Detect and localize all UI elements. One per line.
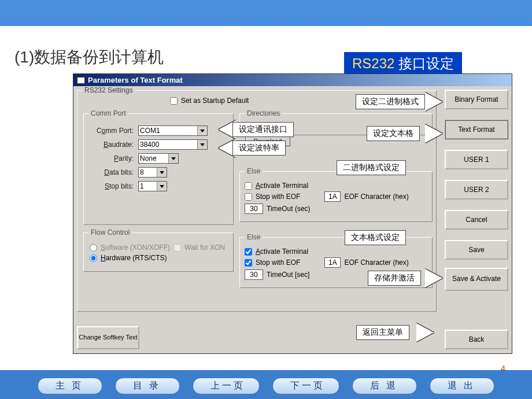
baudrate-select[interactable]: 38400	[138, 139, 208, 150]
save-activate-button[interactable]: Save & Activate	[445, 268, 508, 291]
nav-back[interactable]: 后退	[352, 378, 417, 394]
activate-terminal-2[interactable]	[245, 248, 252, 256]
nav-prev[interactable]: 上一页	[193, 378, 260, 394]
callout-binary-format: 设定二进制格式	[356, 94, 425, 109]
else-binary-group: Else Activate Terminal Stop with EOFEOF …	[239, 167, 433, 222]
slide-title: (1)数据备份到计算机	[14, 46, 164, 68]
callout-back-main: 返回主菜单	[356, 325, 409, 340]
nav-exit[interactable]: 退出	[430, 378, 494, 394]
callout-baudrate: 设定波特率	[232, 141, 286, 156]
nav-toc[interactable]: 目录	[115, 378, 180, 394]
binary-format-button[interactable]: Binary Format	[445, 90, 508, 109]
eof-hex-2[interactable]	[324, 257, 341, 268]
flow-control-group: Flow Control Software (XON/XOFF)Wait for…	[83, 228, 234, 272]
back-button[interactable]: Back	[445, 330, 508, 349]
arrow-right-icon	[425, 269, 442, 287]
dialog-title: Parameters of Text Format	[88, 76, 183, 84]
nav-bar: 主页 目录 上一页 下一页 后退 退出	[0, 373, 532, 399]
user2-button[interactable]: USER 2	[445, 180, 508, 200]
text-format-button[interactable]: Text Format	[445, 120, 508, 139]
stop-eof-1[interactable]	[245, 193, 252, 201]
save-button[interactable]: Save	[445, 240, 508, 260]
dialog-icon	[77, 77, 85, 84]
callout-text-format: 设定文本格	[367, 126, 420, 141]
databits-label: Data bits:	[88, 168, 134, 176]
stop-eof-2[interactable]	[245, 259, 252, 267]
parity-label: Parity:	[88, 154, 134, 162]
callout-save-activate: 存储并激活	[368, 271, 421, 286]
comm-port-select[interactable]: COM1	[138, 125, 208, 136]
timeout-1[interactable]	[245, 204, 263, 214]
sidebar: Binary Format Text Format USER 1 USER 2 …	[445, 90, 508, 291]
stopbits-label: Stop bits:	[88, 182, 134, 190]
baudrate-label: Baudrate:	[88, 141, 134, 149]
change-softkey-button[interactable]: Change Softkey Text	[77, 326, 139, 349]
rs232-badge: RS232 接口设定	[344, 52, 462, 75]
software-radio[interactable]	[90, 244, 97, 252]
nav-next[interactable]: 下一页	[272, 378, 339, 394]
cancel-button[interactable]: Cancel	[445, 210, 508, 230]
arrow-right-icon	[425, 93, 442, 111]
dialog-titlebar: Parameters of Text Format	[73, 74, 512, 86]
callout-binary-settings: 二进制格式设定	[337, 160, 406, 175]
comm-port-group: Comm Port Comm Port:COM1 Baudrate:38400 …	[83, 109, 234, 225]
stopbits-select[interactable]: 1	[138, 181, 167, 191]
hardware-radio[interactable]	[90, 254, 97, 262]
comm-port-label: Comm Port:	[88, 127, 134, 135]
startup-default: Set as Startup Default	[170, 97, 249, 105]
callout-comm-port: 设定通讯接口	[232, 122, 294, 137]
parity-select[interactable]: None	[138, 153, 179, 164]
databits-select[interactable]: 8	[138, 167, 167, 178]
user1-button[interactable]: USER 1	[445, 150, 508, 169]
callout-text-settings: 文本格式设定	[345, 230, 406, 245]
timeout-2[interactable]	[245, 269, 263, 280]
activate-terminal-1[interactable]	[245, 182, 252, 190]
parameters-dialog: Parameters of Text Format RS232 Settings…	[73, 73, 512, 354]
nav-home[interactable]: 主页	[38, 378, 102, 394]
eof-hex-1[interactable]	[324, 191, 341, 202]
wait-xon-checkbox	[173, 244, 181, 252]
startup-checkbox[interactable]	[170, 97, 178, 105]
arrow-right-icon	[416, 323, 434, 342]
page-number: 4	[501, 363, 505, 373]
arrow-right-icon	[425, 124, 442, 143]
